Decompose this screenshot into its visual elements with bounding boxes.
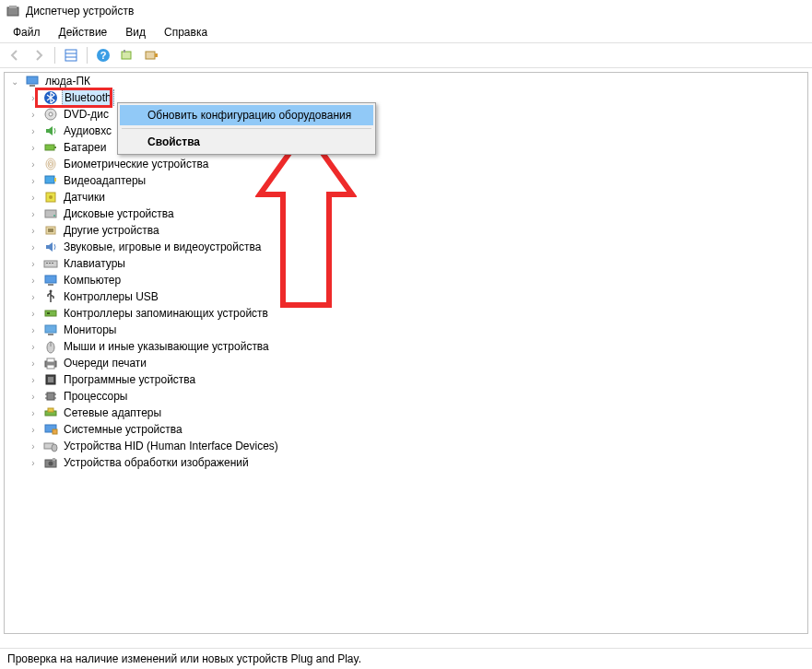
tree-item-printer[interactable]: › Очереди печати bbox=[5, 355, 807, 371]
toolbar-help-button[interactable]: ? bbox=[92, 45, 114, 65]
tree-item-label: Датчики bbox=[62, 190, 107, 205]
tree-item-biometric[interactable]: › Биометрические устройства bbox=[5, 156, 807, 172]
menu-action[interactable]: Действие bbox=[50, 24, 117, 41]
expander-icon[interactable]: › bbox=[27, 456, 40, 469]
svg-rect-53 bbox=[48, 408, 53, 412]
expander-icon[interactable]: › bbox=[27, 440, 40, 452]
tree-item-disk[interactable]: › Дисковые устройства bbox=[5, 205, 807, 222]
monitor-icon bbox=[43, 323, 58, 337]
tree-item-monitors[interactable]: › Мониторы bbox=[5, 322, 807, 338]
cpu-icon bbox=[43, 389, 58, 404]
tree-item-sound[interactable]: › Звуковые, игровые и видеоустройства bbox=[5, 239, 807, 255]
tree-item-system[interactable]: › Системные устройства bbox=[5, 421, 807, 438]
expander-icon[interactable]: › bbox=[27, 141, 40, 154]
window-title: Диспетчер устройств bbox=[26, 5, 134, 18]
svg-point-15 bbox=[49, 112, 53, 116]
tree-item-hid[interactable]: › Устройства HID (Human Interface Device… bbox=[5, 438, 807, 454]
tree-item-label: Другие устройства bbox=[62, 223, 161, 238]
svg-rect-21 bbox=[45, 176, 54, 183]
tree-item-mouse[interactable]: › Мыши и иные указывающие устройства bbox=[5, 338, 807, 355]
toolbar: ? bbox=[0, 42, 812, 68]
toolbar-separator bbox=[87, 47, 88, 64]
expander-icon[interactable]: › bbox=[27, 406, 40, 419]
camera-icon bbox=[43, 455, 58, 470]
tree-root-node[interactable]: ⌄ люда-ПК bbox=[5, 73, 807, 89]
tree-item-label: Биометрические устройства bbox=[62, 157, 210, 171]
expander-icon[interactable]: › bbox=[27, 423, 40, 436]
svg-rect-2 bbox=[65, 50, 76, 61]
expander-icon[interactable]: ⌄ bbox=[8, 75, 21, 88]
tree-item-sensors[interactable]: › Датчики bbox=[5, 189, 807, 205]
toolbar-show-hidden-button[interactable] bbox=[60, 45, 82, 65]
svg-rect-31 bbox=[49, 263, 51, 264]
expander-icon[interactable]: › bbox=[27, 357, 40, 370]
printer-icon bbox=[43, 356, 58, 370]
expander-icon[interactable]: › bbox=[27, 390, 40, 403]
tree-item-label: Видеоадаптеры bbox=[62, 173, 147, 188]
svg-point-20 bbox=[50, 162, 53, 166]
expander-icon[interactable]: › bbox=[27, 257, 40, 270]
expander-icon[interactable]: › bbox=[27, 108, 40, 121]
svg-rect-16 bbox=[45, 145, 54, 150]
expander-icon[interactable]: › bbox=[27, 174, 40, 187]
tree-item-imaging[interactable]: › Устройства обработки изображений bbox=[5, 454, 807, 471]
expander-icon[interactable]: › bbox=[27, 224, 40, 237]
expander-icon[interactable]: › bbox=[27, 274, 40, 287]
svg-rect-38 bbox=[45, 325, 56, 333]
disc-icon bbox=[43, 107, 58, 122]
menubar: Файл Действие Вид Справка bbox=[0, 22, 812, 42]
tree-item-other[interactable]: › Другие устройства bbox=[5, 222, 807, 239]
svg-rect-17 bbox=[54, 147, 56, 148]
tree-item-computer[interactable]: › Компьютер bbox=[5, 272, 807, 288]
tree-item-usb[interactable]: › Контроллеры USB bbox=[5, 288, 807, 305]
tree-item-label: Процессоры bbox=[62, 389, 130, 404]
expander-icon[interactable]: › bbox=[27, 307, 40, 320]
svg-rect-10 bbox=[155, 53, 158, 57]
software-device-icon bbox=[43, 372, 58, 387]
tree-item-network[interactable]: › Сетевые адаптеры bbox=[5, 405, 807, 421]
tree-item-label: Контроллеры запоминающих устройств bbox=[62, 306, 270, 321]
tree-item-keyboard[interactable]: › Клавиатуры bbox=[5, 255, 807, 272]
toolbar-scan-button[interactable] bbox=[116, 45, 138, 65]
menu-view[interactable]: Вид bbox=[116, 24, 155, 41]
tree-root-label: люда-ПК bbox=[43, 74, 92, 88]
expander-icon[interactable]: › bbox=[27, 323, 40, 336]
menu-help[interactable]: Справка bbox=[155, 24, 217, 41]
tree-item-cpu[interactable]: › Процессоры bbox=[5, 388, 807, 405]
toolbar-back-button[interactable] bbox=[4, 45, 26, 65]
expander-icon[interactable]: › bbox=[27, 191, 40, 204]
tree-item-software[interactable]: › Программные устройства bbox=[5, 371, 807, 388]
tree-item-label: Программные устройства bbox=[62, 372, 197, 387]
tree-item-label: Клавиатуры bbox=[62, 256, 127, 271]
svg-rect-47 bbox=[47, 393, 54, 400]
storage-controller-icon bbox=[43, 306, 58, 321]
tree-item-label: Компьютер bbox=[62, 273, 123, 288]
svg-point-57 bbox=[52, 444, 57, 452]
expander-icon[interactable]: › bbox=[27, 207, 40, 220]
expander-icon[interactable]: › bbox=[27, 241, 40, 253]
context-menu-scan[interactable]: Обновить конфигурацию оборудования bbox=[120, 105, 373, 125]
titlebar: Диспетчер устройств bbox=[0, 0, 812, 22]
menu-file[interactable]: Файл bbox=[4, 24, 50, 41]
expander-icon: › bbox=[27, 340, 40, 353]
expander-icon[interactable]: › bbox=[27, 158, 40, 170]
svg-point-35 bbox=[50, 290, 53, 293]
toolbar-properties-button[interactable] bbox=[140, 45, 162, 65]
svg-rect-36 bbox=[45, 311, 56, 316]
context-menu-properties[interactable]: Свойства bbox=[120, 132, 373, 152]
tree-item-video[interactable]: › Видеоадаптеры bbox=[5, 172, 807, 189]
other-device-icon bbox=[43, 223, 58, 238]
toolbar-forward-button[interactable] bbox=[28, 45, 50, 65]
display-adapter-icon bbox=[43, 173, 58, 188]
svg-rect-28 bbox=[48, 229, 53, 232]
expander-icon[interactable]: › bbox=[27, 290, 40, 303]
expander-icon[interactable]: › bbox=[27, 124, 40, 137]
toolbar-separator bbox=[54, 47, 55, 64]
tree-item-label: Дисковые устройства bbox=[62, 206, 176, 221]
expander-icon[interactable]: › bbox=[27, 373, 40, 386]
tree-item-storage[interactable]: › Контроллеры запоминающих устройств bbox=[5, 305, 807, 322]
device-tree-panel: ⌄ люда-ПК › Bluetooth › DVD-дис › Аудиов… bbox=[4, 72, 808, 634]
tree-item-label: Звуковые, игровые и видеоустройства bbox=[62, 240, 263, 254]
svg-rect-44 bbox=[47, 365, 54, 369]
expander-icon[interactable]: › bbox=[27, 91, 40, 104]
